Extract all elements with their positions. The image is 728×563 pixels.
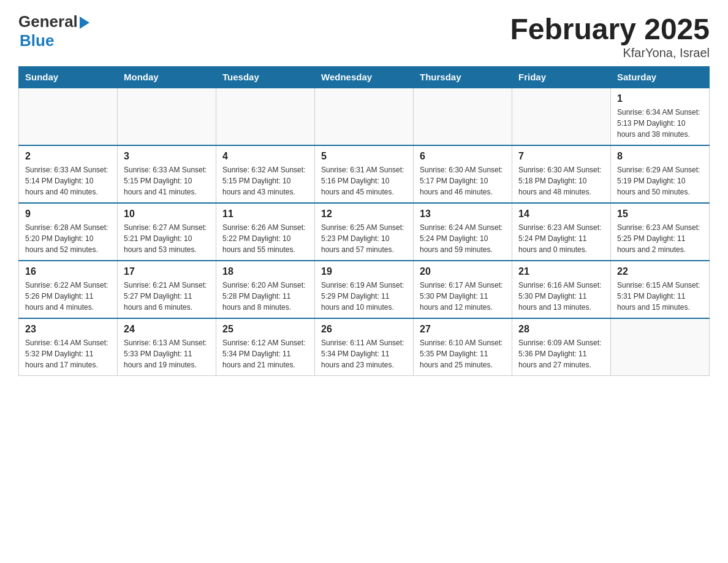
day-info: Sunrise: 6:23 AM Sunset: 5:25 PM Dayligh… <box>617 222 703 255</box>
day-number: 8 <box>617 151 703 162</box>
calendar-cell: 28Sunrise: 6:09 AM Sunset: 5:36 PM Dayli… <box>512 318 611 376</box>
day-header-wednesday: Wednesday <box>315 67 414 88</box>
day-header-thursday: Thursday <box>414 67 512 88</box>
day-info: Sunrise: 6:30 AM Sunset: 5:18 PM Dayligh… <box>518 164 604 197</box>
day-info: Sunrise: 6:28 AM Sunset: 5:20 PM Dayligh… <box>25 222 111 255</box>
calendar-week-row: 23Sunrise: 6:14 AM Sunset: 5:32 PM Dayli… <box>19 318 710 376</box>
day-number: 25 <box>222 324 308 335</box>
day-number: 9 <box>25 209 111 220</box>
day-info: Sunrise: 6:20 AM Sunset: 5:28 PM Dayligh… <box>222 280 308 313</box>
calendar-header-row: SundayMondayTuesdayWednesdayThursdayFrid… <box>19 67 710 88</box>
day-info: Sunrise: 6:10 AM Sunset: 5:35 PM Dayligh… <box>420 337 506 370</box>
calendar-cell: 12Sunrise: 6:25 AM Sunset: 5:23 PM Dayli… <box>315 203 414 261</box>
day-number: 6 <box>420 151 506 162</box>
calendar-cell: 25Sunrise: 6:12 AM Sunset: 5:34 PM Dayli… <box>216 318 315 376</box>
day-number: 27 <box>420 324 506 335</box>
day-number: 1 <box>617 93 703 104</box>
calendar-cell: 13Sunrise: 6:24 AM Sunset: 5:24 PM Dayli… <box>414 203 512 261</box>
calendar-cell: 7Sunrise: 6:30 AM Sunset: 5:18 PM Daylig… <box>512 145 611 203</box>
day-number: 3 <box>124 151 210 162</box>
logo-general-text: General <box>18 12 78 31</box>
day-info: Sunrise: 6:30 AM Sunset: 5:17 PM Dayligh… <box>420 164 506 197</box>
day-number: 24 <box>124 324 210 335</box>
calendar-cell: 15Sunrise: 6:23 AM Sunset: 5:25 PM Dayli… <box>611 203 710 261</box>
day-info: Sunrise: 6:23 AM Sunset: 5:24 PM Dayligh… <box>518 222 604 255</box>
day-info: Sunrise: 6:25 AM Sunset: 5:23 PM Dayligh… <box>321 222 407 255</box>
day-number: 11 <box>222 209 308 220</box>
day-number: 26 <box>321 324 407 335</box>
calendar-week-row: 16Sunrise: 6:22 AM Sunset: 5:26 PM Dayli… <box>19 261 710 318</box>
day-number: 4 <box>222 151 308 162</box>
day-number: 28 <box>518 324 604 335</box>
calendar-week-row: 9Sunrise: 6:28 AM Sunset: 5:20 PM Daylig… <box>19 203 710 261</box>
day-number: 21 <box>518 266 604 277</box>
calendar-cell: 5Sunrise: 6:31 AM Sunset: 5:16 PM Daylig… <box>315 145 414 203</box>
day-info: Sunrise: 6:12 AM Sunset: 5:34 PM Dayligh… <box>222 337 308 370</box>
calendar-cell: 17Sunrise: 6:21 AM Sunset: 5:27 PM Dayli… <box>118 261 216 318</box>
day-number: 12 <box>321 209 407 220</box>
day-number: 17 <box>124 266 210 277</box>
day-header-sunday: Sunday <box>19 67 118 88</box>
calendar-cell: 24Sunrise: 6:13 AM Sunset: 5:33 PM Dayli… <box>118 318 216 376</box>
day-info: Sunrise: 6:29 AM Sunset: 5:19 PM Dayligh… <box>617 164 703 197</box>
day-info: Sunrise: 6:14 AM Sunset: 5:32 PM Dayligh… <box>25 337 111 370</box>
logo-arrow-icon <box>80 17 89 29</box>
calendar-cell: 23Sunrise: 6:14 AM Sunset: 5:32 PM Dayli… <box>19 318 118 376</box>
calendar-cell: 6Sunrise: 6:30 AM Sunset: 5:17 PM Daylig… <box>414 145 512 203</box>
day-info: Sunrise: 6:31 AM Sunset: 5:16 PM Dayligh… <box>321 164 407 197</box>
calendar-cell <box>512 88 611 145</box>
calendar-cell: 18Sunrise: 6:20 AM Sunset: 5:28 PM Dayli… <box>216 261 315 318</box>
day-info: Sunrise: 6:24 AM Sunset: 5:24 PM Dayligh… <box>420 222 506 255</box>
day-header-tuesday: Tuesday <box>216 67 315 88</box>
day-header-monday: Monday <box>118 67 216 88</box>
day-number: 7 <box>518 151 604 162</box>
page-header: General Blue February 2025 KfarYona, Isr… <box>18 12 710 60</box>
calendar-cell <box>414 88 512 145</box>
calendar-cell: 19Sunrise: 6:19 AM Sunset: 5:29 PM Dayli… <box>315 261 414 318</box>
title-block: February 2025 KfarYona, Israel <box>510 12 710 60</box>
calendar-cell: 20Sunrise: 6:17 AM Sunset: 5:30 PM Dayli… <box>414 261 512 318</box>
calendar-week-row: 2Sunrise: 6:33 AM Sunset: 5:14 PM Daylig… <box>19 145 710 203</box>
day-number: 23 <box>25 324 111 335</box>
day-number: 18 <box>222 266 308 277</box>
day-header-saturday: Saturday <box>611 67 710 88</box>
day-info: Sunrise: 6:27 AM Sunset: 5:21 PM Dayligh… <box>124 222 210 255</box>
day-info: Sunrise: 6:33 AM Sunset: 5:14 PM Dayligh… <box>25 164 111 197</box>
day-info: Sunrise: 6:09 AM Sunset: 5:36 PM Dayligh… <box>518 337 604 370</box>
calendar-cell: 21Sunrise: 6:16 AM Sunset: 5:30 PM Dayli… <box>512 261 611 318</box>
calendar-cell: 14Sunrise: 6:23 AM Sunset: 5:24 PM Dayli… <box>512 203 611 261</box>
calendar-cell <box>118 88 216 145</box>
day-info: Sunrise: 6:21 AM Sunset: 5:27 PM Dayligh… <box>124 280 210 313</box>
day-number: 13 <box>420 209 506 220</box>
calendar-cell: 11Sunrise: 6:26 AM Sunset: 5:22 PM Dayli… <box>216 203 315 261</box>
calendar-cell: 26Sunrise: 6:11 AM Sunset: 5:34 PM Dayli… <box>315 318 414 376</box>
logo: General Blue <box>18 12 89 50</box>
calendar-cell <box>216 88 315 145</box>
day-info: Sunrise: 6:34 AM Sunset: 5:13 PM Dayligh… <box>617 107 703 140</box>
day-header-friday: Friday <box>512 67 611 88</box>
day-number: 19 <box>321 266 407 277</box>
day-number: 2 <box>25 151 111 162</box>
day-number: 5 <box>321 151 407 162</box>
calendar-subtitle: KfarYona, Israel <box>510 46 710 60</box>
calendar-cell: 8Sunrise: 6:29 AM Sunset: 5:19 PM Daylig… <box>611 145 710 203</box>
day-number: 16 <box>25 266 111 277</box>
day-info: Sunrise: 6:19 AM Sunset: 5:29 PM Dayligh… <box>321 280 407 313</box>
calendar-cell: 2Sunrise: 6:33 AM Sunset: 5:14 PM Daylig… <box>19 145 118 203</box>
calendar-cell: 22Sunrise: 6:15 AM Sunset: 5:31 PM Dayli… <box>611 261 710 318</box>
day-number: 14 <box>518 209 604 220</box>
calendar-cell: 9Sunrise: 6:28 AM Sunset: 5:20 PM Daylig… <box>19 203 118 261</box>
day-info: Sunrise: 6:32 AM Sunset: 5:15 PM Dayligh… <box>222 164 308 197</box>
calendar-week-row: 1Sunrise: 6:34 AM Sunset: 5:13 PM Daylig… <box>19 88 710 145</box>
calendar-cell <box>611 318 710 376</box>
day-info: Sunrise: 6:17 AM Sunset: 5:30 PM Dayligh… <box>420 280 506 313</box>
calendar-cell: 10Sunrise: 6:27 AM Sunset: 5:21 PM Dayli… <box>118 203 216 261</box>
calendar-cell: 4Sunrise: 6:32 AM Sunset: 5:15 PM Daylig… <box>216 145 315 203</box>
calendar-cell: 1Sunrise: 6:34 AM Sunset: 5:13 PM Daylig… <box>611 88 710 145</box>
calendar-cell: 16Sunrise: 6:22 AM Sunset: 5:26 PM Dayli… <box>19 261 118 318</box>
day-number: 22 <box>617 266 703 277</box>
day-number: 20 <box>420 266 506 277</box>
day-info: Sunrise: 6:15 AM Sunset: 5:31 PM Dayligh… <box>617 280 703 313</box>
day-number: 15 <box>617 209 703 220</box>
day-info: Sunrise: 6:26 AM Sunset: 5:22 PM Dayligh… <box>222 222 308 255</box>
